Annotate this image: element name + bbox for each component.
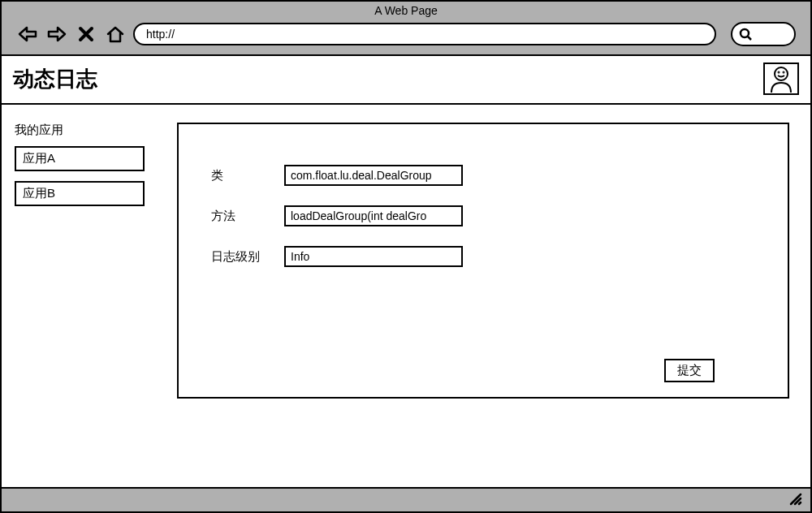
window-title: A Web Page — [2, 2, 810, 19]
svg-point-3 — [784, 72, 784, 73]
sidebar-item-app-a[interactable]: 应用A — [15, 146, 145, 171]
page-title: 动态日志 — [13, 65, 97, 93]
method-input[interactable] — [284, 205, 463, 226]
svg-point-2 — [779, 72, 780, 73]
browser-toolbar: http:// — [2, 19, 810, 54]
sidebar-heading: 我的应用 — [15, 123, 145, 138]
url-input[interactable]: http:// — [133, 23, 716, 45]
stop-button[interactable] — [75, 24, 97, 45]
class-label: 类 — [211, 168, 284, 183]
home-icon — [106, 25, 125, 43]
form-panel: 类 方法 日志级别 提交 — [177, 123, 789, 399]
page-header: 动态日志 — [2, 56, 810, 105]
svg-point-0 — [741, 29, 749, 37]
statusbar — [2, 489, 810, 511]
class-input[interactable] — [284, 165, 463, 186]
sidebar: 我的应用 应用A 应用B — [15, 123, 145, 474]
form-row-level: 日志级别 — [211, 246, 755, 267]
sidebar-item-app-b[interactable]: 应用B — [15, 181, 145, 206]
form-row-method: 方法 — [211, 205, 755, 226]
arrow-right-icon — [46, 25, 67, 43]
back-button[interactable] — [16, 24, 39, 45]
form-row-class: 类 — [211, 165, 755, 186]
svg-point-1 — [775, 67, 788, 80]
resize-grip-icon[interactable] — [788, 491, 802, 509]
page-content: 动态日志 我的应用 应用A 应用B — [2, 54, 810, 489]
search-icon — [739, 28, 752, 41]
url-text: http:// — [146, 28, 175, 41]
person-icon — [768, 65, 794, 93]
sidebar-item-label: 应用A — [23, 151, 55, 165]
method-label: 方法 — [211, 209, 284, 224]
x-icon — [78, 26, 94, 42]
page-body: 我的应用 应用A 应用B 类 方法 日志级别 — [2, 105, 810, 487]
home-button[interactable] — [104, 24, 127, 45]
level-input[interactable] — [284, 246, 463, 267]
sidebar-item-label: 应用B — [23, 186, 55, 200]
user-avatar[interactable] — [763, 63, 799, 95]
browser-window: A Web Page http:// — [0, 0, 812, 513]
forward-button[interactable] — [45, 24, 68, 45]
submit-button[interactable]: 提交 — [664, 359, 715, 382]
level-label: 日志级别 — [211, 249, 284, 265]
search-button[interactable] — [731, 22, 796, 46]
arrow-left-icon — [17, 25, 38, 43]
